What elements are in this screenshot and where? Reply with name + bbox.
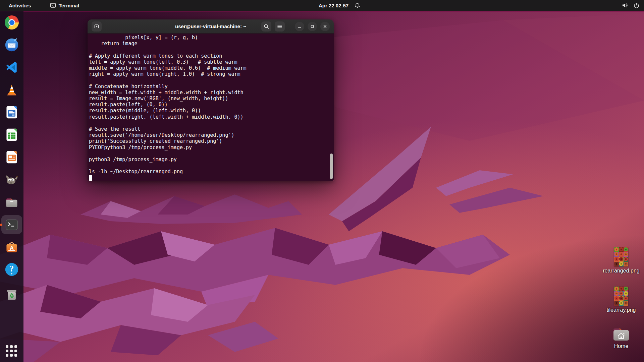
system-status-area[interactable] [622, 0, 641, 11]
search-button[interactable] [261, 21, 271, 32]
vlc-icon [4, 82, 19, 97]
terminal-output[interactable]: pixels[x, y] = (r, g, b) return image# A… [88, 34, 334, 181]
volume-icon [622, 2, 628, 8]
terminal-icon [4, 217, 19, 232]
thunderbird-icon [4, 38, 19, 52]
terminal-scrollbar[interactable] [330, 154, 333, 179]
dock-item-vlc[interactable] [4, 82, 20, 98]
clock-label: Apr 22 02:57 [319, 3, 348, 8]
desktop-icon-label: Home [600, 343, 642, 349]
dock-item-libreoffice-calc[interactable] [4, 127, 20, 143]
terminal-line: result = Image.new('RGB', (new_width, he… [89, 96, 334, 102]
terminal-line: print('Successfully created rearranged.p… [89, 138, 334, 144]
notification-bell-icon [355, 3, 360, 8]
maximize-icon [310, 24, 314, 28]
tilearray-thumbnail [614, 287, 628, 306]
terminal-window: user@user-virtual-machine: ~ [88, 19, 334, 181]
writer-icon [4, 105, 19, 120]
vscode-icon [4, 60, 19, 75]
terminal-line [89, 120, 334, 126]
new-tab-icon [94, 23, 100, 29]
desktop-icon-home[interactable]: Home [600, 326, 642, 349]
terminal-line: middle = apply_warm_tone(middle, 0.6) # … [89, 65, 334, 71]
top-bar: Activities Terminal Apr 22 02:57 [0, 0, 644, 11]
close-button[interactable] [320, 22, 330, 31]
terminal-line: result.save('/home/user/Desktop/rearrang… [89, 132, 334, 138]
desktop-icon-rearranged[interactable]: rearranged.png [600, 247, 642, 274]
terminal-line: result.paste(right, (left.width + middle… [89, 114, 334, 120]
rearranged-thumbnail [614, 247, 628, 266]
minimize-icon [298, 24, 302, 28]
files-icon [4, 195, 19, 209]
app-grid-button[interactable] [6, 345, 18, 357]
terminal-cursor [89, 175, 92, 181]
terminal-line: pixels[x, y] = (r, g, b) [89, 35, 334, 41]
clock-button[interactable]: Apr 22 02:57 [319, 0, 360, 11]
trash-icon [4, 287, 19, 302]
menu-button[interactable] [275, 21, 285, 32]
app-menu-terminal[interactable]: Terminal [47, 2, 82, 9]
calc-icon [4, 127, 19, 142]
activities-button[interactable]: Activities [6, 2, 34, 9]
dock-item-files[interactable] [4, 194, 20, 210]
app-menu-label: Terminal [59, 3, 79, 8]
terminal-line: ls -lh ~/Desktop/rearranged.png [89, 169, 334, 175]
terminal-line [89, 47, 334, 53]
dock: A ? [0, 11, 23, 362]
dock-item-vscode[interactable] [4, 59, 20, 75]
terminal-line: PYEOFpython3 /tmp/process_image.py [89, 144, 334, 150]
terminal-headerbar[interactable]: user@user-virtual-machine: ~ [88, 19, 334, 34]
terminal-line: right = apply_warm_tone(right, 1.0) # st… [89, 71, 334, 77]
desktop-icon-label: rearranged.png [600, 268, 642, 274]
terminal-line: result.paste(left, (0, 0)) [89, 102, 334, 108]
desktop-icon-label: tilearray.png [600, 307, 642, 313]
dock-item-libreoffice-writer[interactable] [4, 104, 20, 120]
terminal-line [89, 163, 334, 169]
dock-item-help[interactable]: ? [4, 261, 20, 278]
close-icon [323, 24, 327, 28]
help-icon: ? [4, 262, 19, 277]
search-icon [264, 24, 269, 29]
chrome-icon [5, 15, 19, 29]
dock-item-ubuntu-software[interactable]: A [4, 239, 20, 255]
terminal-line: # Apply different warm tones to each sec… [89, 53, 334, 59]
dock-item-thunderbird[interactable] [4, 37, 20, 53]
svg-text:?: ? [10, 264, 14, 273]
dock-item-chrome[interactable] [4, 14, 20, 31]
impress-icon [4, 150, 19, 165]
minimize-button[interactable] [295, 22, 304, 31]
terminal-app-icon [50, 3, 56, 8]
terminal-line: left = apply_warm_tone(left, 0.3) # subt… [89, 59, 334, 65]
power-icon [634, 2, 639, 8]
terminal-line: new_width = left.width + middle.width + … [89, 89, 334, 96]
home-folder-icon [612, 326, 631, 342]
hamburger-menu-icon [277, 24, 282, 29]
dock-item-gimp[interactable] [4, 172, 20, 188]
terminal-line [89, 175, 334, 181]
terminal-line [89, 77, 334, 83]
terminal-line [89, 150, 334, 157]
desktop-icon-tilearray[interactable]: tilearray.png [600, 287, 642, 313]
dock-separator [5, 282, 18, 282]
terminal-line: python3 /tmp/process_image.py [89, 157, 334, 163]
new-tab-button[interactable] [92, 21, 102, 32]
maximize-button[interactable] [308, 22, 317, 31]
dock-item-libreoffice-impress[interactable] [4, 149, 20, 165]
terminal-line: # Save the result [89, 126, 334, 132]
terminal-line: # Concatenate horizontally [89, 83, 334, 89]
terminal-line: return image [89, 41, 334, 47]
ubuntu-software-icon: A [4, 240, 19, 254]
dock-item-trash[interactable] [4, 287, 20, 303]
dock-item-terminal[interactable] [4, 217, 20, 233]
gimp-icon [4, 172, 19, 187]
terminal-line: result.paste(middle, (left.width, 0)) [89, 108, 334, 114]
